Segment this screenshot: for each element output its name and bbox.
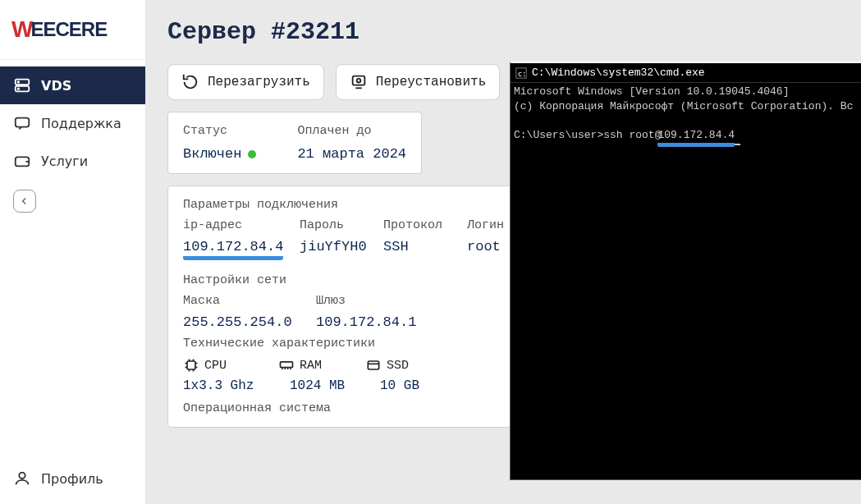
collapse-sidebar-button[interactable] xyxy=(13,190,132,213)
paid-until-value: 21 марта 2024 xyxy=(297,146,406,162)
terminal-host: 109.172.84.4 xyxy=(657,128,735,148)
mask-value: 255.255.254.0 xyxy=(183,314,298,330)
sidebar-item-support[interactable]: Поддержка xyxy=(0,104,145,142)
status-value: Включен xyxy=(183,146,241,162)
tech-title: Технические характеристики xyxy=(183,337,513,351)
os-title: Операционная система xyxy=(183,401,513,415)
sidebar-item-services[interactable]: Услуги xyxy=(0,142,145,180)
svg-point-2 xyxy=(18,81,19,82)
ram-icon xyxy=(278,357,295,373)
sidebar-item-profile[interactable]: Профиль xyxy=(0,460,145,497)
password-value: jiuYfYH0 xyxy=(300,239,365,260)
ram-value: 1024 MB xyxy=(290,378,355,393)
gw-label: Шлюз xyxy=(316,294,346,308)
sidebar-item-label: VDS xyxy=(41,78,71,94)
cmd-icon: c:\ xyxy=(515,67,527,79)
ip-label: ip-адрес xyxy=(183,218,282,232)
protocol-label: Протокол xyxy=(383,218,449,232)
page-title: Сервер #23211 xyxy=(167,18,840,46)
net-title: Настройки сети xyxy=(183,273,513,287)
svg-point-6 xyxy=(19,473,25,479)
status-dot-icon xyxy=(248,150,256,158)
reboot-icon xyxy=(181,73,199,91)
svg-rect-7 xyxy=(352,76,364,85)
status-card: Статус Включен Оплачен до 21 марта 2024 xyxy=(167,112,422,174)
terminal-window[interactable]: c:\ C:\Windows\system32\cmd.exe Microsof… xyxy=(510,62,861,480)
details-card: Параметры подключения ip-адрес Пароль Пр… xyxy=(167,186,529,428)
ssd-label: SSD xyxy=(387,359,409,373)
sidebar-item-vds[interactable]: VDS xyxy=(0,66,145,104)
gw-value: 109.172.84.1 xyxy=(316,314,416,330)
login-label: Логин xyxy=(467,218,508,232)
svg-rect-12 xyxy=(368,361,378,369)
terminal-titlebar[interactable]: c:\ C:\Windows\system32\cmd.exe xyxy=(511,63,861,83)
cpu-value: 1x3.3 Ghz xyxy=(183,378,265,393)
svg-point-3 xyxy=(18,88,19,89)
terminal-title: C:\Windows\system32\cmd.exe xyxy=(532,66,705,79)
nav: VDS Поддержка Услуги xyxy=(0,60,145,180)
chevron-left-icon xyxy=(13,190,36,213)
sidebar-item-label: Поддержка xyxy=(41,116,121,131)
sidebar-item-label: Профиль xyxy=(41,471,103,487)
svg-point-8 xyxy=(357,79,361,83)
terminal-line-1: Microsoft Windows [Version 10.0.19045.40… xyxy=(514,85,789,98)
protocol-value: SSH xyxy=(383,239,449,260)
paid-until-label: Оплачен до xyxy=(297,124,406,138)
reinstall-icon xyxy=(350,73,368,91)
svg-rect-4 xyxy=(16,118,30,127)
svg-text:c:\: c:\ xyxy=(518,69,527,77)
password-label: Пароль xyxy=(300,218,365,232)
cpu-label: CPU xyxy=(204,359,227,373)
login-value: root xyxy=(467,239,508,260)
reinstall-button[interactable]: Переустановить xyxy=(336,64,500,100)
ip-value: 109.172.84.4 xyxy=(183,239,283,260)
logo-text: EECERE xyxy=(30,18,107,41)
terminal-prompt-prefix: C:\Users\user>ssh root@ xyxy=(514,129,661,141)
logo: WEECERE xyxy=(0,0,145,60)
status-label: Статус xyxy=(183,124,256,138)
svg-rect-10 xyxy=(187,361,195,369)
reboot-button[interactable]: Перезагрузить xyxy=(167,64,324,100)
ssd-icon xyxy=(365,357,382,373)
sidebar: WEECERE VDS Поддержка Услуги xyxy=(0,0,146,504)
button-label: Переустановить xyxy=(376,75,486,89)
server-icon xyxy=(13,76,31,94)
terminal-line-2: (c) Корпорация Майкрософт (Microsoft Cor… xyxy=(514,100,853,112)
svg-rect-11 xyxy=(281,362,293,368)
ram-label: RAM xyxy=(300,359,322,373)
chat-icon xyxy=(13,114,31,132)
button-label: Перезагрузить xyxy=(208,75,310,89)
mask-label: Маска xyxy=(183,294,298,308)
wallet-icon xyxy=(13,152,31,170)
terminal-body[interactable]: Microsoft Windows [Version 10.0.19045.40… xyxy=(511,83,861,149)
conn-title: Параметры подключения xyxy=(183,198,513,212)
cpu-icon xyxy=(183,357,199,373)
user-icon xyxy=(13,470,31,488)
terminal-cursor-icon xyxy=(735,144,740,145)
ssd-value: 10 GB xyxy=(380,378,419,393)
logo-w-icon: W xyxy=(11,16,32,43)
sidebar-item-label: Услуги xyxy=(41,153,88,169)
